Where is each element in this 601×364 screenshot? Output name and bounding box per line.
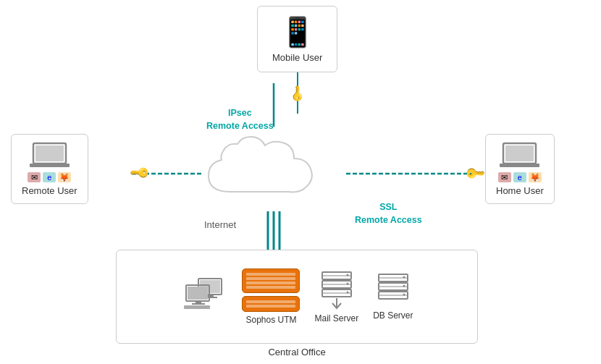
mail-server-label: Mail Server [314,313,358,323]
home-user-node: ✉ e 🦊 Home User [485,134,555,204]
svg-rect-12 [30,164,70,167]
svg-point-40 [403,285,405,287]
home-laptop-icon [500,142,539,171]
sophos-label: Sophos UTM [245,315,296,325]
db-server-node: DB Server [373,273,413,321]
svg-rect-15 [500,164,539,167]
svg-point-27 [346,274,348,276]
laptop-icon [30,142,70,171]
svg-point-30 [346,282,348,284]
home-key-icon: 🔑 [463,161,486,184]
remote-key-icon: 🔑 [128,161,151,184]
mobile-icon: 📱 [280,15,316,49]
svg-point-37 [403,276,405,279]
sophos-node: Sophos UTM [242,268,300,325]
svg-rect-23 [192,303,205,305]
svg-rect-21 [188,287,208,300]
svg-point-33 [346,291,348,293]
mobile-label: Mobile User [272,52,322,63]
svg-point-43 [403,294,405,296]
key-icon: 🔑 [287,84,308,104]
remote-user-node: ✉ e 🦊 Remote User [11,134,88,204]
svg-rect-22 [196,301,201,303]
diagram-container: 📱 Mobile User 🔑 IPsec Remote Access ✉ e … [0,0,601,364]
workstations-node [180,275,227,318]
workstations-icon [180,275,227,318]
mobile-user-node: 📱 Mobile User 🔑 [257,6,337,114]
mail-server-node: Mail Server [314,271,358,323]
ssl-label: SSLRemote Access [355,201,422,227]
svg-rect-14 [505,145,534,161]
central-office-label: Central Office [117,347,477,357]
home-label: Home User [496,185,544,196]
internet-label: Internet [204,219,236,230]
cloud-shape [201,127,346,213]
svg-rect-11 [35,145,64,161]
remote-label: Remote User [22,185,77,196]
mail-server-icon [319,271,354,310]
svg-rect-24 [184,305,210,309]
central-office-box: Sophos UTM [116,250,478,344]
db-server-label: DB Server [373,310,413,321]
db-server-icon [376,273,411,308]
